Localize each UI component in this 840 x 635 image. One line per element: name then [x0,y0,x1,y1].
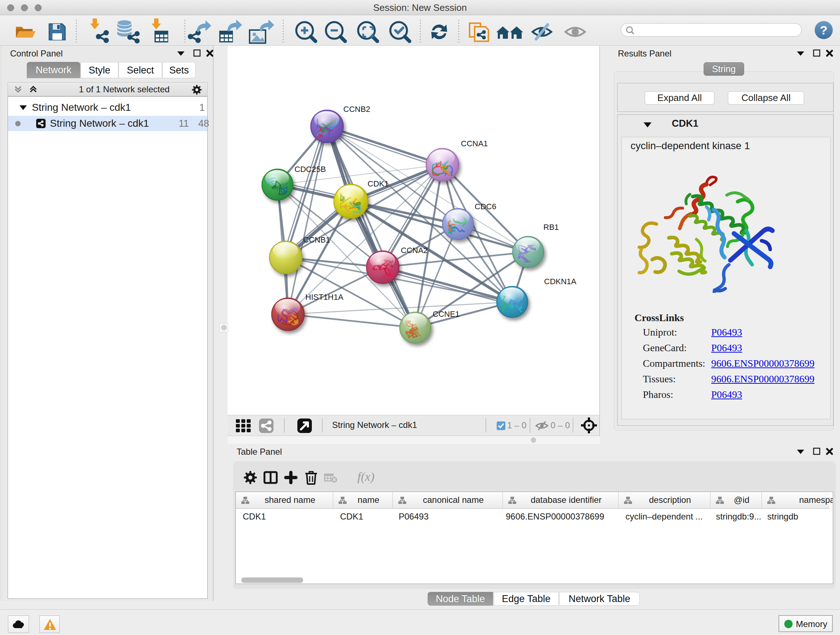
svg-text:CCNB1: CCNB1 [303,235,330,244]
svg-text:HIST1H1A: HIST1H1A [305,293,343,302]
svg-text:CDKN1A: CDKN1A [544,277,576,286]
svg-text:CCNE1: CCNE1 [433,310,460,318]
svg-text:CDC25B: CDC25B [294,165,326,174]
svg-text:CDK1: CDK1 [368,179,389,188]
svg-text:CCNB2: CCNB2 [343,105,370,114]
svg-text:CCNA2: CCNA2 [401,246,428,255]
svg-text:CCNA1: CCNA1 [461,139,488,148]
svg-text:CDC6: CDC6 [475,202,496,211]
svg-text:RB1: RB1 [543,223,559,232]
